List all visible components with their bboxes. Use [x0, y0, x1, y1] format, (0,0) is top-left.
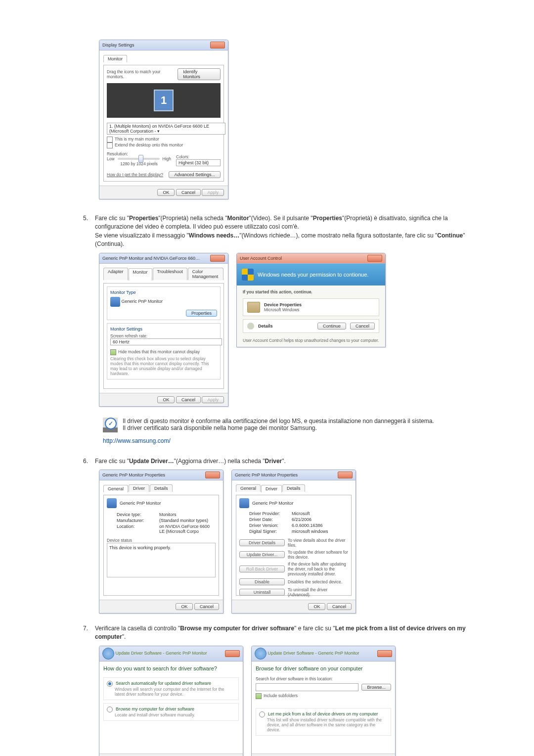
- close-icon[interactable]: [367, 255, 382, 262]
- shield-icon: [242, 269, 254, 281]
- titlebar: Generic PnP Monitor and NVIDIA GeForce 6…: [99, 253, 228, 264]
- monitor-icon: [110, 297, 120, 307]
- tab-general[interactable]: General: [103, 485, 128, 492]
- tab-troubleshoot[interactable]: Troubleshoot: [153, 268, 187, 280]
- monitor-icon[interactable]: 1: [154, 90, 174, 111]
- properties-button[interactable]: Properties: [186, 310, 217, 317]
- main-monitor-checkbox[interactable]: This is my main monitor: [107, 137, 221, 142]
- titlebar: Update Driver Software - Generic PnP Mon…: [252, 646, 395, 662]
- breadcrumb: Update Driver Software - Generic PnP Mon…: [116, 651, 207, 656]
- note-line-2: Il driver certificato sarà disponibile n…: [123, 425, 434, 431]
- uninstall-button[interactable]: Uninstall: [239, 589, 285, 596]
- close-icon[interactable]: [210, 42, 225, 48]
- cancel-button[interactable]: Cancel: [194, 603, 219, 610]
- location-input[interactable]: [256, 683, 358, 691]
- uac-footer: User Account Control helps stop unauthor…: [243, 338, 379, 343]
- ok-button[interactable]: OK: [157, 189, 175, 196]
- option-browse[interactable]: Browse my computer for driver software: [107, 707, 235, 712]
- details-toggle[interactable]: Details: [258, 324, 313, 329]
- titlebar: Generic PnP Monitor Properties: [99, 470, 223, 480]
- rollback-driver-button[interactable]: Roll Back Driver: [239, 566, 285, 572]
- devtype-label: Device type:: [117, 512, 156, 517]
- close-icon[interactable]: [377, 650, 392, 657]
- wizard-heading: How do you want to search for driver sof…: [103, 665, 239, 671]
- tab-details[interactable]: Details: [282, 484, 305, 492]
- include-subfolders-checkbox[interactable]: Include subfolders: [256, 693, 391, 699]
- close-icon[interactable]: [210, 255, 225, 262]
- driver-details-button[interactable]: Driver Details: [239, 539, 285, 546]
- continue-button[interactable]: Continue: [317, 323, 346, 330]
- uac-banner-text: Windows needs your permission to contion…: [258, 272, 368, 278]
- window-update-search: Update Driver Software - Generic PnP Mon…: [99, 646, 243, 756]
- monitor-select[interactable]: 1. (Multiple Monitors) on NVIDIA GeForce…: [107, 123, 225, 135]
- driver-details-desc: To view details about the driver files.: [288, 538, 348, 548]
- manufacturer-value: (Standard monitor types): [159, 518, 216, 523]
- option-let-pick[interactable]: Let me pick from a list of device driver…: [259, 711, 388, 717]
- close-icon[interactable]: [225, 650, 240, 657]
- location-label: Location:: [117, 524, 156, 534]
- resolution-slider[interactable]: [118, 158, 160, 160]
- ok-button[interactable]: OK: [176, 603, 193, 610]
- option-auto-search[interactable]: Search automatically for updated driver …: [107, 681, 235, 687]
- note-block: ✓ Il driver di questo monitor è conforme…: [103, 418, 475, 432]
- cancel-button[interactable]: Cancel: [327, 603, 352, 610]
- device-name: Generic PnP Monitor: [120, 501, 161, 506]
- hide-modes-checkbox[interactable]: Hide modes that this monitor cannot disp…: [110, 349, 217, 355]
- disable-button[interactable]: Disable: [239, 578, 285, 585]
- apply-button[interactable]: Apply: [202, 396, 224, 403]
- cancel-button[interactable]: Cancel: [350, 323, 375, 330]
- step-7: 7. Verificare la casella di controllo "B…: [79, 624, 475, 642]
- refresh-label: Screen refresh rate:: [110, 333, 217, 338]
- signer-value: microsoft windows: [292, 529, 348, 534]
- version-label: Driver Version:: [249, 523, 289, 528]
- tab-driver[interactable]: Driver: [261, 485, 282, 492]
- samsung-url[interactable]: http://www.samsung.com/: [103, 437, 475, 444]
- update-driver-button[interactable]: Update Driver...: [239, 551, 285, 558]
- back-icon[interactable]: [102, 648, 114, 660]
- note-icon: ✓: [103, 418, 118, 432]
- cancel-button[interactable]: Cancel: [176, 189, 201, 196]
- option-auto-desc: Windows will search your computer and th…: [115, 687, 235, 697]
- back-icon[interactable]: [255, 648, 267, 660]
- colors-label: Colors:: [176, 154, 221, 159]
- group-monitor-type: Monitor Type: [110, 290, 217, 295]
- window-uac: User Account Control Windows needs your …: [236, 253, 386, 347]
- provider-value: Microsoft: [292, 511, 348, 516]
- device-icon: [247, 302, 260, 313]
- provider-label: Driver Provider:: [249, 511, 289, 516]
- date-label: Driver Date:: [249, 517, 289, 522]
- step-6: 6. Fare clic su "Update Driver…"(Aggiorn…: [79, 457, 475, 466]
- ok-button[interactable]: OK: [157, 396, 175, 403]
- browse-button[interactable]: Browse...: [361, 684, 391, 691]
- colors-select[interactable]: Highest (32 bit): [176, 159, 221, 166]
- close-icon[interactable]: [338, 472, 353, 478]
- tab-adapter[interactable]: Adapter: [103, 268, 128, 280]
- window-monitor-properties: Generic PnP Monitor and NVIDIA GeForce 6…: [99, 253, 228, 407]
- tab-color-management[interactable]: Color Management: [188, 268, 223, 280]
- tab-details[interactable]: Details: [150, 484, 173, 492]
- ok-button[interactable]: OK: [308, 603, 325, 610]
- tab-general[interactable]: General: [236, 484, 261, 492]
- help-link[interactable]: How do I get the best display?: [107, 172, 163, 177]
- search-location-label: Search for driver software in this locat…: [256, 676, 391, 681]
- tab-driver[interactable]: Driver: [129, 484, 149, 492]
- apply-button[interactable]: Apply: [202, 189, 224, 196]
- identify-monitors-button[interactable]: Identify Monitors: [178, 68, 221, 80]
- advanced-settings-button[interactable]: Advanced Settings...: [169, 171, 221, 178]
- step-5: 5. Fare clic su "Properties"(Proprietà) …: [79, 214, 475, 249]
- cancel-button[interactable]: Cancel: [176, 396, 201, 403]
- date-value: 6/21/2006: [292, 517, 348, 522]
- chevron-down-icon[interactable]: [247, 323, 254, 330]
- extend-desktop-checkbox[interactable]: Extend the desktop onto this monitor: [107, 142, 221, 148]
- tab-monitor[interactable]: Monitor: [129, 268, 152, 281]
- monitor-icon: [239, 498, 249, 508]
- monitor-icon: [107, 498, 117, 508]
- titlebar: User Account Control: [237, 253, 385, 264]
- option-browse-desc: Locate and install driver software manua…: [115, 712, 235, 717]
- monitor-preview: 1: [107, 83, 221, 118]
- tab-monitor[interactable]: Monitor: [103, 55, 127, 62]
- close-icon[interactable]: [205, 472, 220, 478]
- signer-label: Digital Signer:: [249, 529, 289, 534]
- refresh-select[interactable]: 60 Hertz: [110, 338, 222, 345]
- drag-instruction: Drag the icons to match your monitors.: [107, 69, 178, 79]
